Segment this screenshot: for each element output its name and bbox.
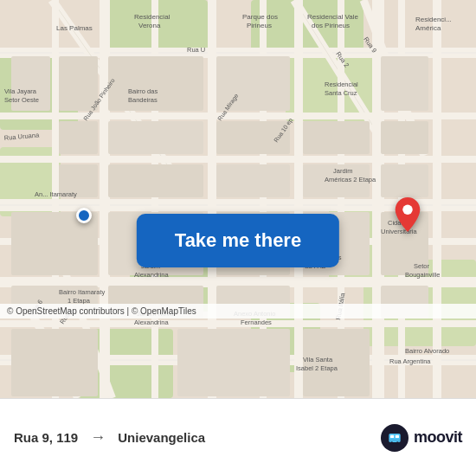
bottom-bar: Rua 9, 119 → Unievangelica moovit: [0, 398, 476, 476]
svg-rect-114: [389, 434, 400, 442]
svg-text:Américas 2 Etapa: Américas 2 Etapa: [325, 176, 376, 183]
svg-rect-49: [303, 121, 370, 154]
svg-text:Bandeiras: Bandeiras: [128, 96, 158, 104]
svg-text:Alexandrina: Alexandrina: [134, 271, 169, 279]
svg-text:Bairro das: Bairro das: [128, 87, 158, 95]
svg-text:Bairro Alvorado: Bairro Alvorado: [405, 347, 449, 355]
svg-text:An... Itamaraty: An... Itamaraty: [35, 190, 77, 198]
svg-rect-119: [389, 439, 400, 441]
svg-text:Santa Cruz: Santa Cruz: [325, 89, 357, 97]
svg-point-118: [396, 441, 399, 444]
svg-text:Bougainville: Bougainville: [405, 271, 440, 279]
svg-rect-44: [108, 121, 203, 154]
map-container: Residencial Vale dos Pirineus Las Palmas…: [0, 0, 476, 398]
origin-marker: [76, 208, 92, 223]
svg-text:Residencial: Residencial: [325, 80, 358, 88]
svg-rect-63: [11, 329, 98, 396]
svg-text:Rua Argentina: Rua Argentina: [389, 357, 431, 365]
route-from: Rua 9, 119: [14, 430, 78, 445]
svg-rect-116: [396, 434, 399, 437]
route-info: Rua 9, 119 → Unievangelica: [14, 428, 381, 447]
svg-rect-45: [108, 164, 203, 197]
svg-text:Residenci...: Residenci...: [415, 16, 452, 23]
svg-text:América: América: [415, 24, 441, 32]
copyright-text: © OpenStreetMap contributors | © OpenMap…: [7, 306, 196, 316]
moovit-logo: moovit: [381, 424, 462, 452]
svg-text:Las Palmas: Las Palmas: [56, 24, 93, 32]
svg-rect-40: [59, 56, 98, 111]
svg-text:Vila Jayara: Vila Jayara: [4, 87, 37, 95]
svg-text:Pirineus: Pirineus: [247, 22, 272, 29]
svg-text:Vila Santa: Vila Santa: [303, 356, 333, 363]
svg-point-113: [402, 205, 412, 215]
destination-marker: [395, 197, 421, 235]
svg-text:Parque dos: Parque dos: [242, 13, 278, 21]
route-to: Unievangelica: [118, 430, 205, 445]
svg-text:Fernandes: Fernandes: [241, 318, 272, 326]
route-arrow: →: [90, 428, 106, 447]
svg-text:Setor Oeste: Setor Oeste: [4, 96, 39, 104]
moovit-brand-text: moovit: [414, 428, 462, 447]
svg-text:Bairro Itamaraty: Bairro Itamaraty: [59, 288, 106, 296]
copyright-bar: © OpenStreetMap contributors | © OpenMap…: [0, 304, 476, 318]
svg-text:Alexandrina: Alexandrina: [134, 318, 169, 326]
svg-rect-115: [390, 434, 394, 437]
svg-rect-52: [381, 121, 428, 154]
svg-rect-41: [59, 121, 98, 154]
svg-rect-27: [433, 0, 441, 398]
svg-rect-51: [381, 56, 428, 111]
svg-text:Rua U: Rua U: [187, 46, 205, 54]
svg-rect-48: [216, 164, 290, 197]
svg-rect-64: [177, 329, 290, 396]
take-me-there-button[interactable]: Take me there: [137, 214, 339, 267]
svg-text:Verona: Verona: [138, 22, 161, 29]
svg-text:Residencial Vale: Residencial Vale: [307, 13, 359, 21]
svg-text:Isabel 2 Etapa: Isabel 2 Etapa: [296, 364, 338, 372]
svg-text:Setor: Setor: [414, 262, 429, 270]
svg-text:Residencial: Residencial: [134, 13, 170, 21]
svg-rect-25: [294, 0, 303, 398]
moovit-logo-icon: [381, 424, 408, 452]
svg-text:dos Pirineus: dos Pirineus: [312, 22, 350, 29]
svg-text:Jardim: Jardim: [333, 167, 353, 175]
svg-point-117: [390, 441, 393, 444]
svg-rect-53: [381, 164, 428, 197]
